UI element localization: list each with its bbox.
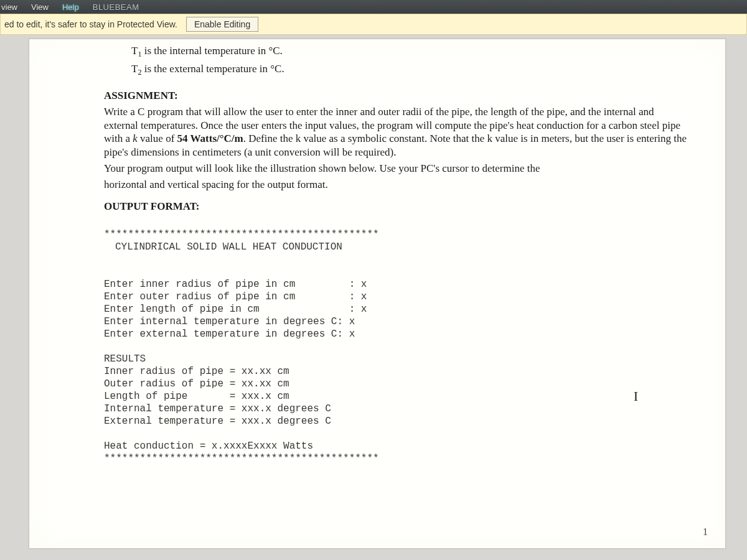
sample-in1: Enter inner radius of pipe in cm : x [104,279,367,290]
sample-in2: Enter outer radius of pipe in cm : x [104,291,367,302]
sample-title: CYLINDRICAL SOLID WALL HEAT CONDUCTION [115,241,689,253]
sample-r3: Length of pipe = xxx.x cm [104,391,289,402]
sample-r5: External temperature = xxx.x degrees C [104,416,331,427]
sample-r1: Inner radius of pipe = xx.xx cm [104,366,289,377]
assignment-body: Write a C program that will allow the us… [104,105,689,159]
stars-bottom: ****************************************… [104,453,379,464]
tab-help[interactable]: Help [62,2,79,12]
output-note-1: Your program output will look like the i… [104,162,689,175]
sample-r2: Outer radius of pipe = xx.xx cm [104,378,289,390]
document-page: T1 is the internal temperature in °C. T2… [29,39,726,549]
tab-bluebeam[interactable]: BLUEBEAM [93,2,139,12]
protected-view-message: ed to edit, it's safer to stay in Protec… [4,19,186,29]
sample-in4: Enter internal temperature in degrees C:… [104,316,355,327]
sample-in5: Enter external temperature in degrees C:… [104,329,355,340]
assignment-heading: ASSIGNMENT: [104,89,689,103]
t2-line: T2 is the external temperature in °C. [131,62,689,78]
stars-top: ****************************************… [104,229,379,240]
t1-line: T1 is the internal temperature in °C. [131,44,689,60]
sample-r4: Internal temperature = xxx.x degrees C [104,403,331,414]
tab-view[interactable]: View [31,2,49,12]
tab-review[interactable]: view [1,2,17,12]
page-area: T1 is the internal temperature in °C. T2… [0,35,747,549]
output-note-2: horizontal and vertical spacing for the … [104,178,689,192]
output-sample: ****************************************… [104,216,689,465]
sample-heat-conduction: Heat conduction = x.xxxxExxxx Watts [104,441,313,452]
enable-editing-button[interactable]: Enable Editing [186,17,258,32]
protected-view-bar: ed to edit, it's safer to stay in Protec… [0,14,747,35]
output-format-heading: OUTPUT FORMAT: [104,200,689,213]
page-number: 1 [703,526,708,538]
ribbon: view View Help BLUEBEAM [0,0,747,14]
sample-results-heading: RESULTS [104,353,146,365]
text-cursor-icon: I [634,388,638,405]
sample-in3: Enter length of pipe in cm : x [104,304,367,315]
